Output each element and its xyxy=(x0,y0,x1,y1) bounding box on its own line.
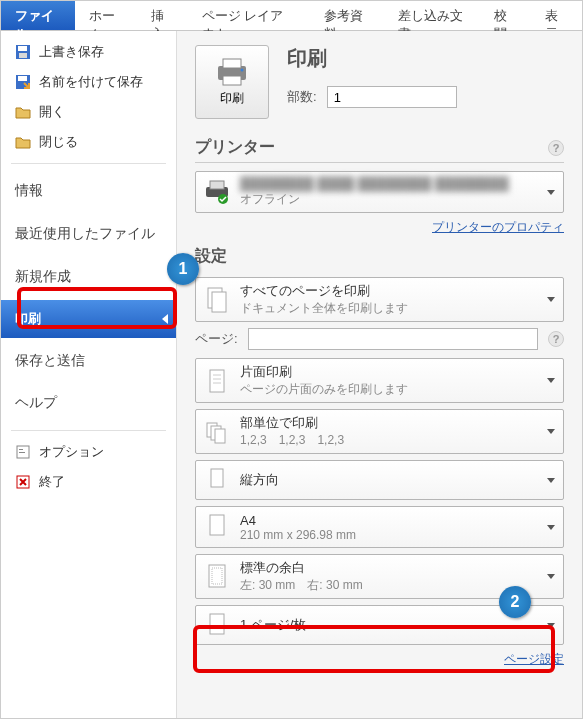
options-icon xyxy=(15,444,31,460)
print-button[interactable]: 印刷 xyxy=(195,45,269,119)
settings-heading: 設定 xyxy=(195,246,227,267)
save-as-icon xyxy=(15,74,31,90)
printer-icon xyxy=(214,58,250,86)
svg-rect-26 xyxy=(210,515,224,535)
sidebar-info[interactable]: 情報 xyxy=(1,170,176,212)
help-icon[interactable]: ? xyxy=(548,140,564,156)
margins-icon xyxy=(204,562,230,592)
printer-status-icon xyxy=(204,177,230,207)
portrait-icon xyxy=(204,465,230,495)
svg-rect-14 xyxy=(210,181,224,189)
folder-close-icon xyxy=(15,134,31,150)
pages-input[interactable] xyxy=(248,328,538,350)
printer-name: ████████ ████ ████████ ████████ xyxy=(240,176,537,191)
ribbon: ファイル ホーム 挿入 ページ レイアウト 参考資料 差し込み文書 校閲 表示 xyxy=(1,1,582,31)
sidebar-print[interactable]: 印刷 xyxy=(1,300,176,338)
sidebar-save-send[interactable]: 保存と送信 xyxy=(1,340,176,382)
sides-dropdown[interactable]: 片面印刷ページの片面のみを印刷します xyxy=(195,358,564,403)
svg-rect-2 xyxy=(19,53,27,58)
sidebar-exit[interactable]: 終了 xyxy=(1,467,176,497)
ribbon-tab-page-layout[interactable]: ページ レイアウト xyxy=(188,1,310,30)
svg-rect-25 xyxy=(211,469,223,487)
ribbon-tab-mailings[interactable]: 差し込み文書 xyxy=(384,1,480,30)
sidebar-save-as[interactable]: 名前を付けて保存 xyxy=(1,67,176,97)
sidebar-options[interactable]: オプション xyxy=(1,437,176,467)
page-setup-link[interactable]: ページ設定 xyxy=(504,652,564,666)
save-icon xyxy=(15,44,31,60)
svg-rect-11 xyxy=(223,76,241,85)
chevron-down-icon xyxy=(547,574,555,579)
pages-icon xyxy=(204,285,230,315)
ribbon-tab-insert[interactable]: 挿入 xyxy=(137,1,188,30)
svg-rect-4 xyxy=(18,76,27,81)
svg-point-12 xyxy=(241,68,244,71)
sidebar-item-label: 名前を付けて保存 xyxy=(39,73,143,91)
ribbon-tab-references[interactable]: 参考資料 xyxy=(310,1,384,30)
print-heading: 印刷 xyxy=(287,45,457,72)
exit-icon xyxy=(15,474,31,490)
sidebar-item-label: 閉じる xyxy=(39,133,78,151)
one-page-icon xyxy=(204,610,230,640)
chevron-down-icon xyxy=(547,525,555,530)
svg-rect-1 xyxy=(18,46,27,51)
sidebar-help[interactable]: ヘルプ xyxy=(1,382,176,424)
ribbon-tab-file[interactable]: ファイル xyxy=(1,1,75,30)
printer-properties-link[interactable]: プリンターのプロパティ xyxy=(432,220,564,234)
svg-rect-6 xyxy=(19,449,23,450)
pages-label: ページ: xyxy=(195,330,238,348)
printer-heading: プリンター xyxy=(195,137,275,158)
printer-status: オフライン xyxy=(240,191,537,208)
sidebar-new[interactable]: 新規作成 xyxy=(1,256,176,298)
copies-label: 部数: xyxy=(287,88,317,106)
sidebar-open[interactable]: 開く xyxy=(1,97,176,127)
file-sidebar: 上書き保存 名前を付けて保存 開く 閉じる 情報 最近使用したファイル 新規作成… xyxy=(1,31,177,718)
folder-open-icon xyxy=(15,104,31,120)
chevron-down-icon xyxy=(547,478,555,483)
single-side-icon xyxy=(204,366,230,396)
orientation-dropdown[interactable]: 縦方向 xyxy=(195,460,564,500)
annotation-badge-1: 1 xyxy=(167,253,199,285)
ribbon-tab-review[interactable]: 校閲 xyxy=(480,1,531,30)
annotation-badge-2: 2 xyxy=(499,586,531,618)
chevron-down-icon xyxy=(547,429,555,434)
chevron-down-icon xyxy=(547,378,555,383)
sidebar-save[interactable]: 上書き保存 xyxy=(1,37,176,67)
svg-rect-17 xyxy=(212,292,226,312)
svg-rect-24 xyxy=(215,429,225,443)
chevron-down-icon xyxy=(547,297,555,302)
svg-rect-18 xyxy=(210,370,224,392)
paper-icon xyxy=(204,512,230,542)
sidebar-item-label: 終了 xyxy=(39,473,65,491)
ribbon-tab-view[interactable]: 表示 xyxy=(531,1,582,30)
svg-rect-10 xyxy=(223,59,241,68)
svg-rect-29 xyxy=(210,614,224,634)
copies-input[interactable] xyxy=(327,86,457,108)
chevron-down-icon xyxy=(547,190,555,195)
ribbon-tab-home[interactable]: ホーム xyxy=(75,1,137,30)
sidebar-item-label: オプション xyxy=(39,443,104,461)
sidebar-item-label: 開く xyxy=(39,103,65,121)
chevron-down-icon xyxy=(547,623,555,628)
paper-size-dropdown[interactable]: A4210 mm x 296.98 mm xyxy=(195,506,564,548)
print-scope-dropdown[interactable]: すべてのページを印刷ドキュメント全体を印刷します xyxy=(195,277,564,322)
collate-dropdown[interactable]: 部単位で印刷1,2,3 1,2,3 1,2,3 xyxy=(195,409,564,454)
sidebar-item-label: 上書き保存 xyxy=(39,43,104,61)
sidebar-recent[interactable]: 最近使用したファイル xyxy=(1,212,176,256)
printer-dropdown[interactable]: ████████ ████ ████████ ████████ オフライン xyxy=(195,171,564,213)
help-icon[interactable]: ? xyxy=(548,331,564,347)
collate-icon xyxy=(204,417,230,447)
sidebar-close[interactable]: 閉じる xyxy=(1,127,176,157)
svg-rect-7 xyxy=(19,452,25,453)
